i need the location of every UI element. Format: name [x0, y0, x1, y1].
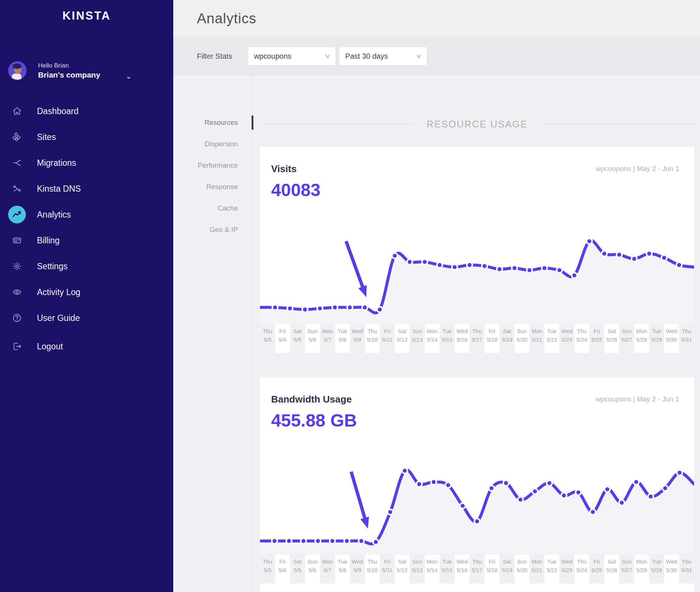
avatar	[8, 61, 27, 80]
axis-label: Wed5/23	[559, 324, 574, 353]
sidebar-item-user-guide[interactable]: User Guide	[0, 305, 173, 331]
axis-label: Sat5/26	[604, 555, 619, 584]
axis-label: Mon5/7	[320, 324, 335, 353]
sidebar-item-migrations[interactable]: Migrations	[0, 150, 173, 176]
data-point	[601, 251, 607, 256]
axis-label: Wed5/9	[350, 324, 365, 353]
data-point	[460, 503, 465, 509]
subnav-item-response[interactable]: Response	[173, 176, 252, 198]
sidebar-item-label: Sites	[37, 132, 56, 142]
data-point	[467, 262, 472, 268]
sidebar-item-billing[interactable]: Billing	[0, 227, 173, 253]
axis-label: Sun5/6	[305, 555, 320, 584]
date-range-dropdown[interactable]: Past 30 days ∨	[339, 47, 427, 65]
activity-log-icon	[8, 283, 26, 301]
sidebar-item-sites[interactable]: Sites	[0, 124, 173, 150]
kinsta-logo: KINSTA	[0, 0, 173, 23]
subnav-item-resources[interactable]: Resources	[173, 112, 252, 133]
data-point	[359, 538, 364, 544]
data-point	[416, 481, 422, 487]
axis-label: Sat5/12	[395, 324, 410, 353]
data-point	[422, 259, 427, 265]
main-area: Analytics Filter Stats wpcoupons ∨ Past …	[173, 0, 700, 592]
subnav-item-cache[interactable]: Cache	[173, 198, 252, 219]
billing-icon	[8, 232, 26, 249]
data-point	[532, 489, 538, 494]
axis-label: Wed5/16	[455, 555, 470, 584]
data-point	[387, 509, 393, 515]
sidebar-item-activity-log[interactable]: Activity Log	[0, 279, 173, 305]
axis-label: Tue5/15	[440, 555, 455, 584]
migrations-icon	[8, 154, 26, 172]
axis-label: Fri5/18	[485, 324, 500, 353]
sidebar-item-label: Activity Log	[37, 287, 81, 297]
data-point	[431, 479, 437, 485]
axis-label: Fri5/25	[589, 324, 604, 353]
axis-label: Wed5/30	[664, 324, 679, 353]
data-point	[347, 305, 353, 310]
page-header: Analytics	[173, 0, 700, 37]
axis-label: Sun5/27	[619, 555, 634, 584]
data-point	[482, 263, 487, 269]
axis-label: Tue5/29	[649, 324, 664, 353]
subnav-item-dispersion[interactable]: Dispersion	[173, 133, 252, 155]
axis-label: Mon5/28	[634, 324, 649, 353]
axis-label: Wed5/16	[455, 324, 470, 353]
data-point	[619, 500, 625, 506]
user-guide-icon	[8, 309, 26, 327]
axis-label: Wed5/23	[559, 555, 574, 584]
axis-label: Tue5/22	[544, 555, 560, 584]
axis-label: Fri5/18	[485, 555, 500, 584]
data-point	[315, 538, 321, 544]
sidebar-item-label: Dashboard	[37, 106, 79, 116]
axis-label: Thu5/24	[574, 555, 590, 584]
data-point	[377, 307, 383, 312]
sidebar-item-analytics[interactable]: Analytics	[0, 202, 173, 227]
data-point	[272, 305, 278, 310]
subnav-item-performance[interactable]: Performance	[173, 155, 252, 176]
sidebar-item-settings[interactable]: Settings	[0, 253, 173, 279]
axis-label: Thu5/10	[365, 555, 380, 584]
data-point	[561, 493, 567, 498]
data-point	[452, 264, 457, 270]
data-point	[332, 305, 338, 310]
axis-label: Fri5/11	[380, 555, 395, 584]
chevron-down-icon[interactable]: ⌄	[126, 72, 132, 81]
axis-label: Sun5/20	[515, 324, 530, 353]
content-area: ResourcesDispersionPerformanceResponseCa…	[173, 75, 700, 592]
axis-label: Sat5/19	[499, 555, 515, 584]
axis-label: Sat5/19	[499, 324, 515, 353]
axis-label: Thu5/10	[365, 324, 380, 353]
axis-label: Sun5/13	[410, 555, 425, 584]
filter-bar: Filter Stats wpcoupons ∨ Past 30 days ∨	[173, 37, 700, 75]
account-switcher[interactable]: Hello Brian Brian's company ⌄	[8, 61, 173, 80]
data-point	[362, 305, 368, 310]
divider-line	[541, 124, 694, 124]
axis-label: Fri5/4	[275, 555, 290, 584]
settings-icon	[8, 257, 26, 275]
axis-label: Mon5/7	[320, 555, 335, 584]
greeting-text: Hello Brian	[38, 62, 100, 69]
axis-label: Thu5/24	[574, 324, 590, 353]
axis-label: Mon5/14	[425, 555, 440, 584]
visits-chart: Thu5/3Fri5/4Sat5/5Sun5/6Mon5/7Tue5/8Wed5…	[260, 206, 694, 353]
visits-value: 40083	[271, 180, 679, 200]
data-point	[407, 259, 413, 265]
data-point	[590, 509, 595, 515]
sidebar-item-kinsta-dns[interactable]: Kinsta DNS	[0, 176, 173, 202]
site-filter-dropdown[interactable]: wpcoupons ∨	[248, 47, 335, 65]
bandwidth-chart: Thu5/3Fri5/4Sat5/5Sun5/6Mon5/7Tue5/8Wed5…	[260, 437, 694, 584]
sidebar-item-dashboard[interactable]: Dashboard	[0, 98, 173, 124]
sidebar-item-label: Migrations	[37, 158, 76, 168]
date-range-value: Past 30 days	[345, 52, 388, 61]
axis-label: Wed5/30	[664, 555, 679, 584]
axis-label: Thu5/31	[679, 555, 694, 584]
axis-label: Mon5/28	[634, 555, 649, 584]
subnav-item-geo-ip[interactable]: Geo & IP	[173, 219, 252, 240]
account-text: Hello Brian Brian's company	[38, 62, 100, 79]
home-icon	[8, 102, 26, 120]
data-point	[676, 262, 682, 268]
sidebar-item-label: User Guide	[37, 313, 80, 323]
axis-label: Fri5/25	[589, 555, 604, 584]
sidebar-item-logout[interactable]: Logout	[0, 333, 173, 359]
